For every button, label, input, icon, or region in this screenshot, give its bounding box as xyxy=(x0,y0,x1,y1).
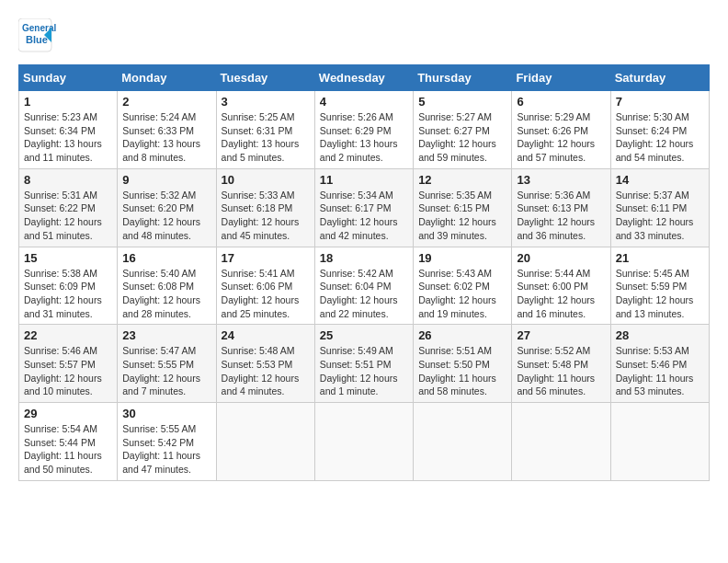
day-number: 27 xyxy=(517,328,605,342)
day-info: Sunrise: 5:48 AM Sunset: 5:53 PM Dayligh… xyxy=(222,344,310,398)
calendar-cell: 2 Sunrise: 5:24 AM Sunset: 6:33 PM Dayli… xyxy=(118,91,216,169)
calendar-week-row: 22 Sunrise: 5:46 AM Sunset: 5:57 PM Dayl… xyxy=(19,325,710,403)
daylight-label: Daylight: 12 hours and 4 minutes. xyxy=(222,373,300,397)
day-info: Sunrise: 5:23 AM Sunset: 6:34 PM Dayligh… xyxy=(24,110,112,165)
calendar-cell: 17 Sunrise: 5:41 AM Sunset: 6:06 PM Dayl… xyxy=(216,247,314,325)
day-info: Sunrise: 5:38 AM Sunset: 6:09 PM Dayligh… xyxy=(24,267,112,321)
calendar-cell: 28 Sunrise: 5:53 AM Sunset: 5:46 PM Dayl… xyxy=(610,325,709,403)
daylight-label: Daylight: 12 hours and 16 minutes. xyxy=(517,294,595,319)
daylight-label: Daylight: 12 hours and 33 minutes. xyxy=(616,216,694,241)
day-number: 13 xyxy=(517,173,605,187)
day-info: Sunrise: 5:46 AM Sunset: 5:57 PM Dayligh… xyxy=(24,344,112,398)
sunrise-label: Sunrise: 5:30 AM xyxy=(616,111,689,122)
sunrise-label: Sunrise: 5:41 AM xyxy=(222,268,295,279)
sunset-label: Sunset: 6:26 PM xyxy=(517,125,588,136)
calendar-cell: 4 Sunrise: 5:26 AM Sunset: 6:29 PM Dayli… xyxy=(314,91,413,169)
day-info: Sunrise: 5:52 AM Sunset: 5:48 PM Dayligh… xyxy=(517,344,605,398)
calendar-cell: 10 Sunrise: 5:33 AM Sunset: 6:18 PM Dayl… xyxy=(216,168,314,247)
sunrise-label: Sunrise: 5:32 AM xyxy=(122,190,196,201)
day-number: 25 xyxy=(320,328,408,342)
calendar-cell: 3 Sunrise: 5:25 AM Sunset: 6:31 PM Dayli… xyxy=(216,91,314,169)
calendar-cell: 29 Sunrise: 5:54 AM Sunset: 5:44 PM Dayl… xyxy=(19,403,118,481)
day-info: Sunrise: 5:25 AM Sunset: 6:31 PM Dayligh… xyxy=(222,110,310,165)
day-info: Sunrise: 5:29 AM Sunset: 6:26 PM Dayligh… xyxy=(517,110,605,165)
calendar-cell: 8 Sunrise: 5:31 AM Sunset: 6:22 PM Dayli… xyxy=(19,168,118,247)
calendar-cell xyxy=(216,403,314,481)
day-info: Sunrise: 5:31 AM Sunset: 6:22 PM Dayligh… xyxy=(24,189,112,243)
sunset-label: Sunset: 5:44 PM xyxy=(24,437,96,448)
calendar-cell xyxy=(610,403,709,481)
sunrise-label: Sunrise: 5:46 AM xyxy=(24,345,97,356)
daylight-label: Daylight: 12 hours and 36 minutes. xyxy=(517,216,595,241)
day-number: 17 xyxy=(222,251,310,265)
sunrise-label: Sunrise: 5:24 AM xyxy=(122,111,196,122)
sunrise-label: Sunrise: 5:37 AM xyxy=(616,190,689,201)
day-info: Sunrise: 5:37 AM Sunset: 6:11 PM Dayligh… xyxy=(616,189,704,243)
calendar-cell: 15 Sunrise: 5:38 AM Sunset: 6:09 PM Dayl… xyxy=(19,247,118,325)
daylight-label: Daylight: 12 hours and 31 minutes. xyxy=(24,294,102,319)
day-info: Sunrise: 5:24 AM Sunset: 6:33 PM Dayligh… xyxy=(122,110,210,165)
calendar-cell: 21 Sunrise: 5:45 AM Sunset: 5:59 PM Dayl… xyxy=(610,247,709,325)
sunset-label: Sunset: 6:09 PM xyxy=(24,281,96,292)
sunset-label: Sunset: 6:08 PM xyxy=(122,281,194,292)
sunrise-label: Sunrise: 5:45 AM xyxy=(616,268,689,279)
day-number: 9 xyxy=(122,173,210,187)
day-info: Sunrise: 5:36 AM Sunset: 6:13 PM Dayligh… xyxy=(517,189,605,243)
day-info: Sunrise: 5:41 AM Sunset: 6:06 PM Dayligh… xyxy=(222,267,310,321)
day-number: 23 xyxy=(122,328,210,342)
daylight-label: Daylight: 11 hours and 47 minutes. xyxy=(122,450,200,475)
day-number: 10 xyxy=(222,173,310,187)
day-info: Sunrise: 5:43 AM Sunset: 6:02 PM Dayligh… xyxy=(418,267,506,321)
day-info: Sunrise: 5:53 AM Sunset: 5:46 PM Dayligh… xyxy=(616,344,704,398)
day-number: 2 xyxy=(122,95,210,109)
daylight-label: Daylight: 11 hours and 58 minutes. xyxy=(418,373,496,397)
day-info: Sunrise: 5:35 AM Sunset: 6:15 PM Dayligh… xyxy=(418,189,506,243)
calendar-table: SundayMondayTuesdayWednesdayThursdayFrid… xyxy=(18,64,710,481)
daylight-label: Daylight: 12 hours and 1 minute. xyxy=(320,373,398,397)
sunrise-label: Sunrise: 5:36 AM xyxy=(517,190,590,201)
sunset-label: Sunset: 5:55 PM xyxy=(122,359,194,370)
day-number: 7 xyxy=(616,95,704,109)
sunrise-label: Sunrise: 5:25 AM xyxy=(222,111,295,122)
sunrise-label: Sunrise: 5:49 AM xyxy=(320,345,393,356)
sunset-label: Sunset: 5:53 PM xyxy=(222,359,293,370)
daylight-label: Daylight: 12 hours and 7 minutes. xyxy=(122,373,200,397)
sunset-label: Sunset: 6:06 PM xyxy=(222,281,293,292)
sunrise-label: Sunrise: 5:27 AM xyxy=(418,111,492,122)
sunset-label: Sunset: 6:00 PM xyxy=(517,281,588,292)
sunset-label: Sunset: 6:27 PM xyxy=(418,125,490,136)
daylight-label: Daylight: 12 hours and 54 minutes. xyxy=(616,138,694,163)
daylight-label: Daylight: 12 hours and 59 minutes. xyxy=(418,138,496,163)
calendar-cell: 27 Sunrise: 5:52 AM Sunset: 5:48 PM Dayl… xyxy=(512,325,610,403)
sunrise-label: Sunrise: 5:54 AM xyxy=(24,423,97,434)
sunrise-label: Sunrise: 5:23 AM xyxy=(24,111,97,122)
calendar-cell: 11 Sunrise: 5:34 AM Sunset: 6:17 PM Dayl… xyxy=(314,168,413,247)
day-info: Sunrise: 5:30 AM Sunset: 6:24 PM Dayligh… xyxy=(616,110,704,165)
daylight-label: Daylight: 12 hours and 10 minutes. xyxy=(24,373,102,397)
day-number: 1 xyxy=(24,95,112,109)
calendar-cell: 26 Sunrise: 5:51 AM Sunset: 5:50 PM Dayl… xyxy=(414,325,512,403)
calendar-cell: 18 Sunrise: 5:42 AM Sunset: 6:04 PM Dayl… xyxy=(314,247,413,325)
sunset-label: Sunset: 6:02 PM xyxy=(418,281,490,292)
calendar-cell: 23 Sunrise: 5:47 AM Sunset: 5:55 PM Dayl… xyxy=(118,325,216,403)
day-info: Sunrise: 5:55 AM Sunset: 5:42 PM Dayligh… xyxy=(122,422,210,477)
calendar-cell: 14 Sunrise: 5:37 AM Sunset: 6:11 PM Dayl… xyxy=(610,168,709,247)
sunrise-label: Sunrise: 5:53 AM xyxy=(616,345,689,356)
day-info: Sunrise: 5:42 AM Sunset: 6:04 PM Dayligh… xyxy=(320,267,408,321)
day-number: 4 xyxy=(320,95,408,109)
sunset-label: Sunset: 6:13 PM xyxy=(517,202,588,213)
sunset-label: Sunset: 6:22 PM xyxy=(24,202,96,213)
calendar-cell: 24 Sunrise: 5:48 AM Sunset: 5:53 PM Dayl… xyxy=(216,325,314,403)
calendar-week-row: 29 Sunrise: 5:54 AM Sunset: 5:44 PM Dayl… xyxy=(19,403,710,481)
sunrise-label: Sunrise: 5:29 AM xyxy=(517,111,590,122)
day-info: Sunrise: 5:26 AM Sunset: 6:29 PM Dayligh… xyxy=(320,110,408,165)
sunset-label: Sunset: 6:17 PM xyxy=(320,202,392,213)
sunset-label: Sunset: 6:04 PM xyxy=(320,281,392,292)
calendar-cell: 9 Sunrise: 5:32 AM Sunset: 6:20 PM Dayli… xyxy=(118,168,216,247)
calendar-cell: 20 Sunrise: 5:44 AM Sunset: 6:00 PM Dayl… xyxy=(512,247,610,325)
calendar-cell xyxy=(314,403,413,481)
daylight-label: Daylight: 12 hours and 42 minutes. xyxy=(320,216,398,241)
sunrise-label: Sunrise: 5:33 AM xyxy=(222,190,295,201)
sunrise-label: Sunrise: 5:44 AM xyxy=(517,268,590,279)
column-header-friday: Friday xyxy=(512,65,610,91)
